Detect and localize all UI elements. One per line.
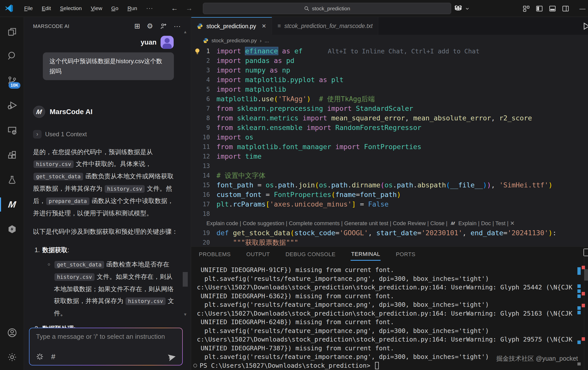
- package-extension-icon[interactable]: [0, 220, 24, 239]
- scroll-down-icon[interactable]: ▼: [183, 312, 187, 317]
- inline-actions-row[interactable]: Explain code | Code suggestion | Complet…: [191, 219, 588, 228]
- extensions-icon[interactable]: [0, 146, 24, 165]
- tab-output[interactable]: OUTPUT: [246, 249, 270, 260]
- terminal-line: plt.savefig('results/feature_importance.…: [197, 275, 575, 283]
- new-chat-icon[interactable]: ⊞: [134, 23, 140, 30]
- answer-list-heading: 1.数据获取:: [35, 244, 178, 256]
- tab-terminal[interactable]: TERMINAL: [351, 248, 381, 261]
- scrollbar-track: [584, 247, 584, 370]
- customize-layout-icon[interactable]: [522, 5, 530, 12]
- ruler-mark: [582, 266, 585, 269]
- assistant-answer: 是的，在您提供的代码中，预训练数据是从 history.csv 文件中获取的。具…: [33, 146, 178, 353]
- user-message-bubble: 这个代码中预训练数据是history.csv这个数据吗: [43, 52, 174, 80]
- line-number: 2: [191, 56, 216, 65]
- breadcrumb[interactable]: stock_prediction.py › ...: [191, 35, 588, 46]
- ruler-mark: [577, 311, 581, 314]
- send-icon[interactable]: [168, 353, 176, 361]
- forward-icon[interactable]: →: [183, 4, 195, 12]
- code-line: 12import time: [191, 152, 588, 161]
- line-number: 17: [191, 199, 216, 209]
- scroll-up-icon[interactable]: ▲: [183, 30, 187, 34]
- search-nav-icon[interactable]: [0, 46, 24, 65]
- code-line: 5import matplotlib: [191, 85, 588, 94]
- tab-stcok-prediction-txt[interactable]: ≡ stcok_prediction_for_marscode.txt: [272, 17, 378, 35]
- line-number: 20: [191, 238, 216, 246]
- menu-run[interactable]: Run: [124, 4, 141, 13]
- close-tab-icon[interactable]: ✕: [262, 23, 266, 29]
- menu-edit[interactable]: Edit: [38, 4, 54, 13]
- scm-badge: 10K: [9, 82, 20, 89]
- sidebar-scrollbar[interactable]: ▲ ▼: [182, 17, 189, 370]
- profile-check-icon[interactable]: [160, 22, 167, 30]
- chat-input-container: Type a message or '/' to select an instr…: [29, 328, 183, 365]
- back-icon[interactable]: ←: [168, 4, 180, 12]
- code-line: 13: [191, 161, 588, 171]
- activity-bar: 10K M: [0, 17, 24, 370]
- tab-debug-console[interactable]: DEBUG CONSOLE: [285, 249, 336, 260]
- line-number: 4: [191, 75, 216, 85]
- tab-stock-prediction-py[interactable]: stock_prediction.py ✕: [191, 17, 272, 35]
- run-file-icon[interactable]: [581, 22, 588, 31]
- menu-go[interactable]: Go: [108, 4, 122, 13]
- code-line: 3import numpy as np: [191, 65, 588, 75]
- remote-explorer-icon[interactable]: [0, 121, 24, 140]
- inline-code-chip: get_stock_data: [34, 173, 83, 180]
- inline-code-chip: history.csv: [105, 185, 145, 193]
- chevron-down-icon[interactable]: [465, 7, 469, 11]
- settings-gear-icon[interactable]: [0, 348, 24, 367]
- terminal-line: c:\Users\15027\Downloads\stock_predictio…: [197, 283, 575, 292]
- hash-context-icon[interactable]: #: [51, 352, 55, 361]
- menu-view[interactable]: View: [87, 4, 106, 13]
- terminal-line: UNIFIED IDEOGRAPH-91CF}) missing from cu…: [197, 266, 575, 275]
- breadcrumb-file[interactable]: stock_prediction.py: [211, 38, 257, 44]
- line-number: 6: [191, 94, 216, 104]
- user-message-text: 这个代码中预训练数据是history.csv这个数据吗: [49, 58, 162, 75]
- terminal-cursor: [375, 362, 379, 369]
- used-context-label: Used 1 Context: [45, 131, 87, 138]
- testing-icon[interactable]: [0, 170, 24, 189]
- answer-paragraph: 以下是代码中涉及到数据获取和预处理的关键步骤：: [33, 226, 178, 238]
- chat-settings-icon[interactable]: ⚙: [147, 23, 153, 30]
- user-name: yuan: [141, 39, 157, 46]
- avatar: [161, 36, 174, 49]
- line-number: 14: [191, 171, 216, 180]
- chat-more-icon[interactable]: ···: [174, 23, 181, 30]
- line-number: 16: [191, 190, 216, 199]
- copilot-icon[interactable]: [453, 4, 463, 14]
- used-context-toggle[interactable]: › Used 1 Context: [33, 130, 87, 139]
- terminal-scrollbar-thumb[interactable]: [584, 269, 588, 281]
- line-number: 1: [191, 46, 216, 56]
- vscode-logo: [5, 4, 14, 13]
- code-line: 15font_path = os.path.join(os.path.dirna…: [191, 180, 588, 190]
- menu-file[interactable]: File: [21, 4, 36, 13]
- line-number: 7: [191, 104, 216, 113]
- sparkle-icon[interactable]: [36, 353, 44, 360]
- toggle-sidebar-icon[interactable]: [536, 5, 543, 12]
- breadcrumb-more[interactable]: ...: [265, 38, 269, 44]
- marscode-ai-icon[interactable]: M: [0, 195, 24, 214]
- scrollbar-thumb[interactable]: [183, 272, 188, 287]
- toggle-panel-icon[interactable]: [549, 5, 556, 12]
- menu-selection[interactable]: Selection: [56, 4, 85, 13]
- run-debug-icon[interactable]: [0, 96, 24, 115]
- minimize-icon[interactable]: —: [579, 5, 585, 12]
- toggle-secondary-sidebar-icon[interactable]: [562, 5, 569, 12]
- code-line: 9from sklearn.ensemble import RandomFore…: [191, 123, 588, 132]
- source-control-icon[interactable]: 10K: [0, 71, 24, 90]
- watermark: 掘金技术社区 @yuan_pocket: [496, 354, 578, 363]
- tab-ports[interactable]: PORTS: [395, 249, 416, 260]
- command-search-box[interactable]: stock_prediction: [203, 3, 451, 14]
- code-editor[interactable]: 1import efinance as efAlt+I to Inline Ch…: [191, 46, 588, 246]
- marscode-logo: M: [33, 106, 45, 118]
- python-icon: [203, 38, 208, 43]
- explorer-icon[interactable]: [0, 22, 24, 41]
- marscode-logo: M: [450, 219, 456, 228]
- ruler-mark: [577, 341, 581, 344]
- menu-more-icon[interactable]: ···: [143, 4, 157, 13]
- accounts-icon[interactable]: [0, 323, 24, 342]
- chat-input[interactable]: Type a message or '/' to select an instr…: [29, 328, 182, 365]
- lightbulb-icon[interactable]: [194, 48, 201, 55]
- search-value: stock_prediction: [312, 6, 350, 12]
- assistant-name: MarsCode AI: [50, 108, 92, 116]
- tab-problems[interactable]: PROBLEMS: [198, 249, 231, 260]
